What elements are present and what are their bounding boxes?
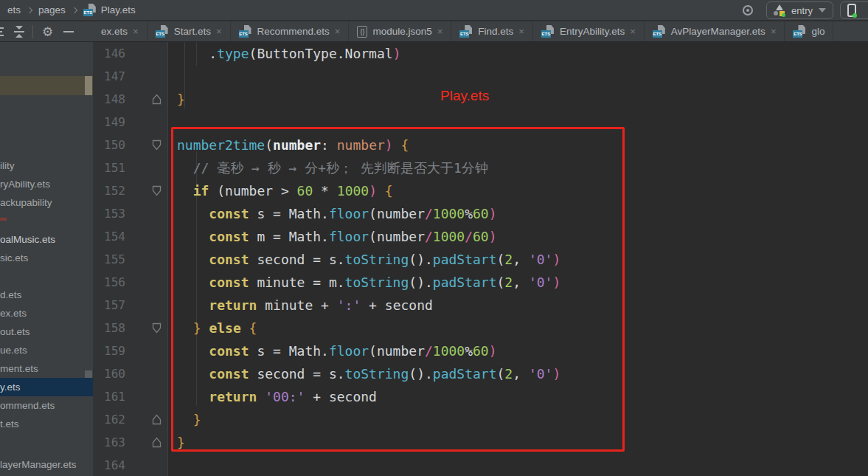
tab-EntryAbility.ets[interactable]: ETSEntryAbility.ets× [533,21,645,41]
code-token: ( [265,137,273,153]
code-token [177,275,209,290]
code-line-155[interactable]: const second = s.toString().padStart(2, … [177,248,560,271]
fold-collapse-icon[interactable] [152,94,162,105]
breadcrumb-item-pages[interactable]: pages [38,4,66,15]
device-selector[interactable] [840,1,868,19]
sidebar-item-y.ets[interactable]: y.ets [0,378,93,396]
code-line-156[interactable]: const minute = m.toString().padStart(2, … [177,271,560,294]
code-line-157[interactable]: return minute + ':' + second [177,294,433,317]
sidebar-item-ex.ets[interactable]: ex.ets [0,304,93,322]
fold-collapse-icon[interactable] [152,437,162,448]
gutter-row: 163 [93,431,167,454]
code-token: second = s. [249,252,345,267]
code-line-151[interactable]: // 毫秒 → 秒 → 分+秒； 先判断是否大于1分钟 [177,156,488,179]
fold-collapse-icon[interactable] [152,414,162,425]
locate-icon[interactable] [743,5,753,15]
fold-expand-icon[interactable] [152,322,162,334]
code-token: return [209,297,257,313]
sidebar-item-t.ets[interactable]: t.ets [0,415,93,433]
code-token [177,160,193,176]
fold-expand-icon[interactable] [152,185,162,196]
code-line-161[interactable]: return '00:' + second [177,385,377,408]
tab-Recommend.ets[interactable]: ETSRecommend.ets× [231,21,350,41]
run-config-selector[interactable]: entry [766,1,833,19]
code-line-152[interactable]: if (number > 60 * 1000) { [177,179,393,202]
sidebar-item-out.ets[interactable]: out.ets [0,322,93,341]
tab-module.json5[interactable]: {}module.json5× [349,21,451,41]
tab-close-icon[interactable]: × [630,27,636,36]
gutter-row: 151 [93,156,167,179]
line-number: 146 [93,42,125,65]
code-token: const [209,252,249,267]
hide-panel-icon[interactable] [63,31,74,32]
code-token: minute = m. [249,275,345,290]
code-token: 60 [473,343,489,359]
code-token [241,320,249,336]
tab-Find.ets[interactable]: ETSFind.ets× [451,21,533,41]
project-tree-panel[interactable]: ilityryAbility.etsackupabilityoalMusic.e… [0,42,93,476]
sidebar-scrollbar-thumb-top[interactable] [85,76,92,95]
tab-ex.ets[interactable]: ex.ets× [93,21,147,41]
sidebar-item-oalMusic.ets[interactable]: oalMusic.ets [0,230,93,249]
code-line-146[interactable]: .type(ButtonType.Normal) [177,42,400,65]
sidebar-item-layerManager.ets[interactable]: layerManager.ets [0,455,93,474]
tab-label: Find.ets [478,26,513,37]
run-config-label: entry [791,5,813,16]
code-token: s = Math. [249,343,329,359]
code-line-158[interactable]: } else { [177,317,257,339]
code-line-154[interactable]: const m = Math.floor(number/1000/60) [177,225,497,248]
tree-highlight-row[interactable] [0,76,93,95]
clipped-tool-icon[interactable] [0,26,7,38]
tab-close-icon[interactable]: × [216,27,222,36]
sidebar-item-ment.ets[interactable]: ment.ets [0,359,93,378]
code-token: (). [409,275,433,290]
code-token: else [209,320,240,336]
sidebar-item-sic.ets[interactable]: sic.ets [0,249,93,267]
code-line-148[interactable]: } [177,88,185,111]
code-token: : [321,137,337,153]
breadcrumb-item-ets[interactable]: ets [7,4,21,15]
ets-file-icon: ETS [459,25,473,38]
line-number: 154 [93,225,125,248]
code-editor[interactable]: .type(ButtonType.Normal)}number2time(num… [168,42,868,476]
fold-expand-icon[interactable] [152,139,162,151]
sidebar-item-d.ets[interactable]: d.ets [0,286,93,304]
code-token: 1000 [433,206,465,221]
code-token: } [193,320,201,336]
tab-close-icon[interactable]: × [771,27,777,36]
sidebar-item-ue.ets[interactable]: ue.ets [0,341,93,359]
code-token: '0' [529,252,553,267]
ets-file-icon: ETS [541,25,555,38]
sidebar-item-ryAbility.ets[interactable]: ryAbility.ets [0,175,93,193]
code-line-163[interactable]: } [177,431,185,454]
gear-icon[interactable]: ⚙ [42,26,53,38]
sidebar-item-ackupability[interactable]: ackupability [0,193,93,212]
collapse-all-icon[interactable] [13,26,25,38]
code-token: minute + [257,297,336,313]
sidebar-item-ility[interactable]: ility [0,156,93,175]
code-token: floor [329,343,369,359]
annotation-label: Play.ets [440,88,489,104]
code-token: / [425,229,433,244]
tab-close-icon[interactable]: × [437,27,443,36]
tab-glo[interactable]: ETSglo [785,21,833,41]
tab-close-icon[interactable]: × [133,27,139,36]
code-token: } [193,412,201,427]
code-line-153[interactable]: const s = Math.floor(number/1000%60) [177,202,497,225]
code-token: toString [345,252,409,267]
breadcrumb-item-file[interactable]: Play.ets [101,4,136,15]
tab-close-icon[interactable]: × [335,27,341,36]
code-line-162[interactable]: } [177,408,201,431]
tab-label: ex.ets [101,26,128,37]
tab-close-icon[interactable]: × [518,27,524,36]
code-line-150[interactable]: number2time(number: number) { [177,134,409,156]
code-line-159[interactable]: const s = Math.floor(number/1000%60) [177,339,497,362]
code-token: + second [361,297,433,313]
tab-AvPlayerManager.ets[interactable]: ETSAvPlayerManager.ets× [645,21,785,41]
tab-Start.ets[interactable]: ETSStart.ets× [147,21,231,41]
code-token: , [513,275,529,290]
sidebar-item-ommend.ets[interactable]: ommend.ets [0,396,93,415]
gutter-row: 154 [93,225,167,248]
breadcrumb-bar: ets pages ETS Play.ets entry [0,0,868,21]
code-line-160[interactable]: const second = s.toString().padStart(2, … [177,362,560,385]
